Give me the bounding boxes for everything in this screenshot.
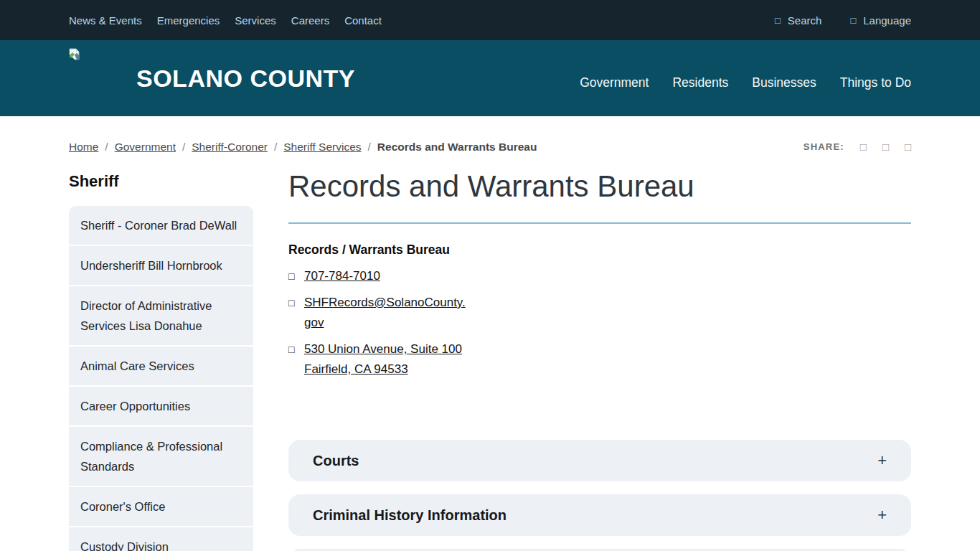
nav-residents[interactable]: Residents (672, 75, 728, 90)
contact-heading: Records / Warrants Bureau (288, 242, 475, 258)
search-button[interactable]: □ Search (775, 14, 821, 27)
share-email-icon[interactable]: □ (905, 141, 911, 153)
primary-nav: Government Residents Businesses Things t… (580, 75, 911, 90)
sidebar-item-undersheriff[interactable]: Undersheriff Bill Hornbrook (69, 246, 253, 285)
utility-link-careers[interactable]: Careers (291, 14, 329, 27)
sidebar: Sheriff Sheriff - Coroner Brad DeWall Un… (69, 158, 253, 551)
contact-email-row: □ SHFRecords@SolanoCounty.gov (288, 293, 475, 333)
sidebar-menu: Sheriff - Coroner Brad DeWall Undersheri… (69, 206, 253, 551)
sidebar-item-sheriff-coroner[interactable]: Sheriff - Coroner Brad DeWall (69, 206, 253, 245)
share-facebook-icon[interactable]: □ (860, 141, 867, 153)
language-icon: □ (850, 16, 856, 25)
nav-things-to-do[interactable]: Things to Do (840, 75, 911, 90)
breadcrumb-sheriff-services[interactable]: Sheriff Services (283, 141, 361, 153)
breadcrumb-separator: / (105, 141, 108, 153)
sidebar-item-animal-care[interactable]: Animal Care Services (69, 347, 253, 385)
page-layout: Sheriff Sheriff - Coroner Brad DeWall Un… (0, 158, 980, 551)
share-twitter-icon[interactable]: □ (882, 141, 889, 153)
email-icon: □ (288, 293, 304, 333)
share-toolbar: SHARE: □ □ □ (804, 141, 911, 153)
breadcrumb-separator: / (368, 141, 371, 153)
phone-icon: □ (288, 266, 304, 286)
contact-address-row: □ 530 Union Avenue, Suite 100Fairfield, … (288, 339, 475, 380)
sidebar-item-custody-division[interactable]: Custody Division (69, 527, 253, 551)
plus-icon: + (877, 506, 887, 524)
sidebar-title: Sheriff (69, 172, 253, 191)
sidebar-item-director-admin-services[interactable]: Director of Administrative Services Lisa… (69, 286, 253, 345)
utility-link-emergencies[interactable]: Emergencies (157, 14, 220, 27)
accordion-criminal-history[interactable]: Criminal History Information + (288, 494, 911, 536)
plus-icon: + (877, 451, 887, 470)
breadcrumb: Home/Government/Sheriff-Coroner/Sheriff … (69, 141, 537, 154)
breadcrumb-separator: / (182, 141, 185, 153)
sidebar-item-compliance-standards[interactable]: Compliance & Professional Standards (69, 427, 253, 486)
search-label: Search (788, 14, 822, 27)
breadcrumb-home[interactable]: Home (69, 141, 98, 153)
breadcrumb-current-page: Records and Warrants Bureau (377, 141, 537, 153)
accordion-courts-label: Courts (313, 453, 359, 469)
broken-image-icon (69, 48, 80, 60)
address-icon: □ (288, 339, 304, 380)
share-label: SHARE: (804, 141, 844, 152)
language-label: Language (863, 14, 911, 27)
address-line1: 530 Union Avenue, Suite 100 (304, 342, 462, 356)
main-content: Records and Warrants Bureau Records / Wa… (288, 158, 911, 551)
sidebar-item-career-opportunities[interactable]: Career Opportunities (69, 387, 253, 425)
language-button[interactable]: □ Language (850, 14, 911, 27)
breadcrumb-government[interactable]: Government (115, 141, 176, 153)
address-line2: Fairfield, CA 94533 (304, 362, 408, 376)
contact-phone-row: □ 707-784-7010 (288, 266, 475, 286)
breadcrumb-sheriff-coroner[interactable]: Sheriff-Coroner (192, 141, 268, 153)
breadcrumb-row: Home/Government/Sheriff-Coroner/Sheriff … (0, 116, 980, 158)
accordion-criminal-history-label: Criminal History Information (313, 507, 507, 524)
utility-link-contact[interactable]: Contact (344, 14, 382, 27)
page-title: Records and Warrants Bureau (288, 168, 911, 205)
phone-link[interactable]: 707-784-7010 (304, 266, 380, 286)
accordion-courts[interactable]: Courts + (288, 440, 911, 481)
nav-businesses[interactable]: Businesses (752, 75, 816, 90)
contact-block: Records / Warrants Bureau □ 707-784-7010… (288, 242, 475, 380)
address-link[interactable]: 530 Union Avenue, Suite 100Fairfield, CA… (304, 339, 462, 380)
breadcrumb-separator: / (274, 141, 277, 153)
email-link[interactable]: SHFRecords@SolanoCounty.gov (304, 293, 471, 333)
title-divider (288, 222, 911, 224)
nav-government[interactable]: Government (580, 75, 649, 90)
accordion-group: Courts + Criminal History Information + (288, 440, 911, 551)
site-header: SOLANO COUNTY Government Residents Busin… (0, 40, 980, 116)
site-logo-title[interactable]: SOLANO COUNTY (136, 65, 355, 93)
utility-link-news-events[interactable]: News & Events (69, 14, 142, 27)
utility-link-services[interactable]: Services (235, 14, 276, 27)
sidebar-item-coroners-office[interactable]: Coroner's Office (69, 487, 253, 526)
utility-bar: News & Events Emergencies Services Caree… (0, 0, 980, 40)
search-icon: □ (775, 16, 781, 25)
